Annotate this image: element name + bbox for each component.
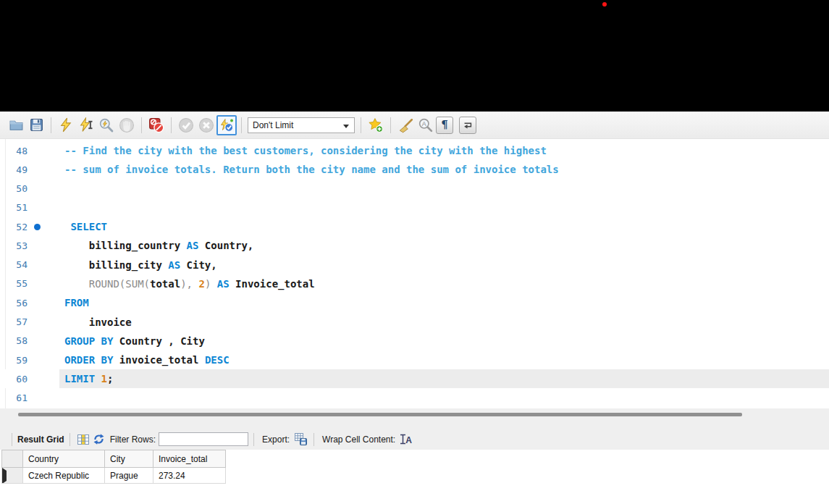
explain-plan-icon xyxy=(98,117,114,133)
refresh-button[interactable] xyxy=(91,432,107,448)
row-marker-cell[interactable] xyxy=(2,468,23,484)
result-grid-title: Result Grid xyxy=(17,434,64,445)
mysql-workbench-window: Don't Limit A ¶ xyxy=(0,0,829,504)
grid-cell[interactable]: 273.24 xyxy=(153,468,226,484)
explain-plan-button[interactable] xyxy=(96,115,117,135)
wrap-cell-content-label: Wrap Cell Content: xyxy=(322,434,395,445)
statement-marker-dot xyxy=(34,224,41,230)
code-text: ORDER BY invoice_total DESC xyxy=(64,354,230,366)
execute-current-statement-icon xyxy=(79,117,94,133)
code-line-53[interactable]: 53 billing_country AS Country, xyxy=(0,236,829,255)
code-line-49[interactable]: 49-- sum of invoice totals. Return both … xyxy=(0,160,829,179)
save-button[interactable] xyxy=(26,115,46,135)
toggle-wrap-button[interactable] xyxy=(459,117,476,134)
toolbar-separator xyxy=(141,117,142,133)
execute-current-statement-button[interactable] xyxy=(76,115,96,135)
wrap-cell-content-button[interactable]: A xyxy=(398,432,414,448)
pilcrow-icon: ¶ xyxy=(441,119,448,130)
splitter-handle[interactable] xyxy=(18,413,742,416)
line-number: 61 xyxy=(0,392,28,403)
find-button[interactable]: A xyxy=(416,115,436,135)
grid-header-row: CountryCityInvoice_total xyxy=(2,450,226,468)
code-line-51[interactable]: 51 xyxy=(0,198,829,217)
code-text: billing_city AS City, xyxy=(64,259,217,271)
beautify-button[interactable] xyxy=(395,115,416,135)
code-text: SELECT xyxy=(64,221,107,232)
grid-view-button[interactable] xyxy=(75,432,91,448)
grid-column-header[interactable]: Invoice_total xyxy=(153,450,226,468)
line-number: 50 xyxy=(0,183,28,194)
line-number: 56 xyxy=(0,298,28,308)
sql-editor[interactable]: 48-- Find the city with the best custome… xyxy=(0,139,829,408)
refresh-icon xyxy=(93,433,105,445)
grid-cell[interactable]: Czech Republic xyxy=(23,468,105,484)
code-text: invoice xyxy=(64,316,132,328)
code-line-60[interactable]: 60LIMIT 1; xyxy=(0,369,829,388)
code-line-56[interactable]: 56FROM xyxy=(0,293,829,312)
toggle-autocommit-button[interactable] xyxy=(216,115,237,135)
sql-editor-toolbar: Don't Limit A ¶ xyxy=(0,112,829,139)
commit-button[interactable] xyxy=(176,115,196,135)
save-snippet-button[interactable] xyxy=(366,115,386,135)
line-number: 60 xyxy=(0,374,28,385)
code-line-48[interactable]: 48-- Find the city with the best custome… xyxy=(0,141,829,160)
code-line-61[interactable]: 61 xyxy=(0,388,829,407)
top-black-region xyxy=(0,0,829,112)
line-number: 48 xyxy=(0,146,28,156)
code-line-55[interactable]: 55 ROUND(SUM(total), 2) AS Invoice_total xyxy=(0,274,829,293)
stop-icon xyxy=(119,117,135,133)
grid-column-header[interactable]: Country xyxy=(23,450,105,468)
code-text: ROUND(SUM(total), 2) AS Invoice_total xyxy=(64,278,315,290)
execute-icon xyxy=(59,117,74,133)
wrap-text-icon xyxy=(462,119,474,131)
export-icon xyxy=(294,432,308,446)
grid-cell[interactable]: Prague xyxy=(105,468,153,484)
code-lines: 48-- Find the city with the best custome… xyxy=(0,141,829,408)
stop-button[interactable] xyxy=(117,115,137,135)
line-number: 49 xyxy=(0,164,28,175)
open-file-button[interactable] xyxy=(6,115,26,135)
result-grid-area: CountryCityInvoice_total Czech RepublicP… xyxy=(0,450,829,504)
statement-marker-area xyxy=(28,224,64,230)
code-line-57[interactable]: 57 invoice xyxy=(0,312,829,331)
row-limit-dropdown[interactable]: Don't Limit xyxy=(248,117,355,133)
code-line-59[interactable]: 59ORDER BY invoice_total DESC xyxy=(0,350,829,369)
code-text: -- Find the city with the best customers… xyxy=(64,145,547,156)
execute-button[interactable] xyxy=(56,115,76,135)
toggle-stop-on-error-button[interactable] xyxy=(146,115,167,135)
toolbar-separator xyxy=(241,117,242,133)
svg-text:A: A xyxy=(405,435,412,445)
filter-rows-label: Filter Rows: xyxy=(110,434,156,445)
save-snippet-icon xyxy=(368,117,384,133)
toggle-autocommit-icon xyxy=(219,118,234,133)
grid-data-row[interactable]: Czech RepublicPrague273.24 xyxy=(2,468,226,484)
line-number: 55 xyxy=(0,278,28,289)
code-text: -- sum of invoice totals. Return both th… xyxy=(64,164,559,175)
row-limit-value: Don't Limit xyxy=(253,120,293,130)
grid-view-icon xyxy=(77,433,90,446)
filter-rows-input[interactable] xyxy=(159,432,248,446)
grid-corner-cell[interactable] xyxy=(2,450,23,468)
grid-column-header[interactable]: City xyxy=(105,450,153,468)
editor-results-splitter[interactable] xyxy=(0,408,829,429)
line-number: 52 xyxy=(0,222,28,232)
toolbar-separator xyxy=(253,433,254,446)
code-text: FROM xyxy=(64,297,89,308)
code-line-54[interactable]: 54 billing_city AS City, xyxy=(0,256,829,274)
beautify-icon xyxy=(397,117,413,133)
code-line-50[interactable]: 50 xyxy=(0,180,829,198)
code-line-58[interactable]: 58GROUP BY Country , City xyxy=(0,332,829,350)
code-text: LIMIT 1; xyxy=(64,373,113,385)
line-number: 54 xyxy=(0,259,28,270)
rollback-icon xyxy=(198,117,214,133)
line-number: 51 xyxy=(0,202,28,213)
wrap-cell-content-icon: A xyxy=(399,433,413,445)
toolbar-separator xyxy=(390,117,391,133)
result-grid: CountryCityInvoice_total Czech RepublicP… xyxy=(1,450,226,484)
toolbar-separator xyxy=(12,433,12,446)
save-icon xyxy=(29,117,44,133)
code-line-52[interactable]: 52 SELECT xyxy=(0,217,829,236)
show-invisibles-button[interactable]: ¶ xyxy=(436,117,453,134)
export-button[interactable] xyxy=(293,432,308,448)
rollback-button[interactable] xyxy=(196,115,216,135)
